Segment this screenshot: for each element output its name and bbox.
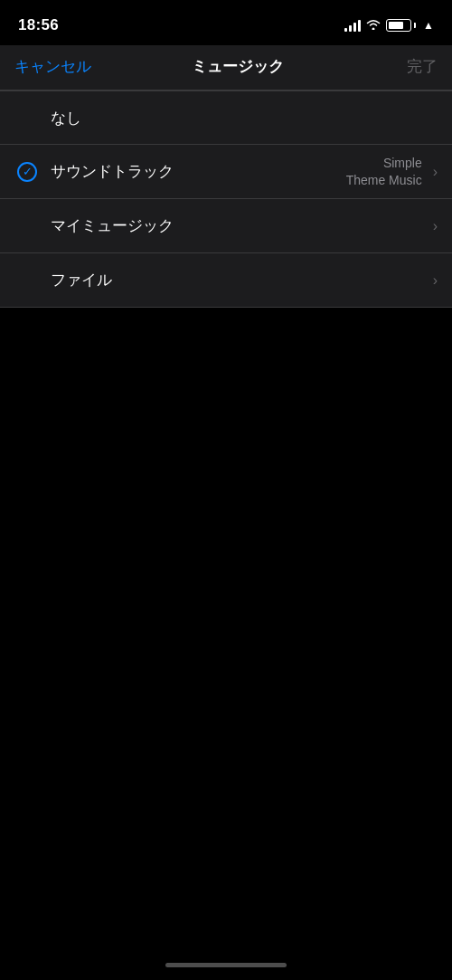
none-label: なし [51, 108, 438, 128]
wifi-icon [366, 18, 381, 33]
list-item-my-music[interactable]: マイミュージック › [0, 199, 452, 253]
home-indicator-area [0, 949, 452, 980]
soundtrack-label: サウンドトラック [51, 161, 346, 182]
battery-icon [386, 19, 416, 32]
files-label: ファイル [51, 270, 429, 290]
chevron-right-icon-my-music: › [433, 218, 438, 234]
status-time: 18:56 [18, 16, 59, 34]
chevron-right-icon-files: › [433, 272, 438, 289]
location-icon: ▲ [423, 19, 434, 32]
soundtrack-subtitle: SimpleTheme Music [346, 155, 422, 187]
music-list: なし ✓ サウンドトラック SimpleTheme Music › マイミュージ… [0, 90, 452, 308]
status-icons: ▲ [344, 18, 434, 33]
list-item-files[interactable]: ファイル › [0, 253, 452, 308]
status-bar: 18:56 ▲ [0, 0, 452, 45]
list-item-none[interactable]: なし [0, 90, 452, 145]
my-music-label: マイミュージック [51, 215, 429, 236]
list-item-soundtrack[interactable]: ✓ サウンドトラック SimpleTheme Music › [0, 145, 452, 199]
navigation-bar: キャンセル ミュージック 完了 [0, 45, 452, 90]
done-button[interactable]: 完了 [383, 56, 438, 77]
chevron-right-icon: › [433, 164, 438, 180]
nav-title: ミュージック [192, 56, 284, 77]
cancel-button[interactable]: キャンセル [14, 56, 91, 77]
home-indicator [165, 963, 287, 967]
check-icon-soundtrack: ✓ [14, 162, 40, 182]
signal-bars-icon [344, 19, 361, 32]
checkmark-icon: ✓ [23, 166, 33, 177]
